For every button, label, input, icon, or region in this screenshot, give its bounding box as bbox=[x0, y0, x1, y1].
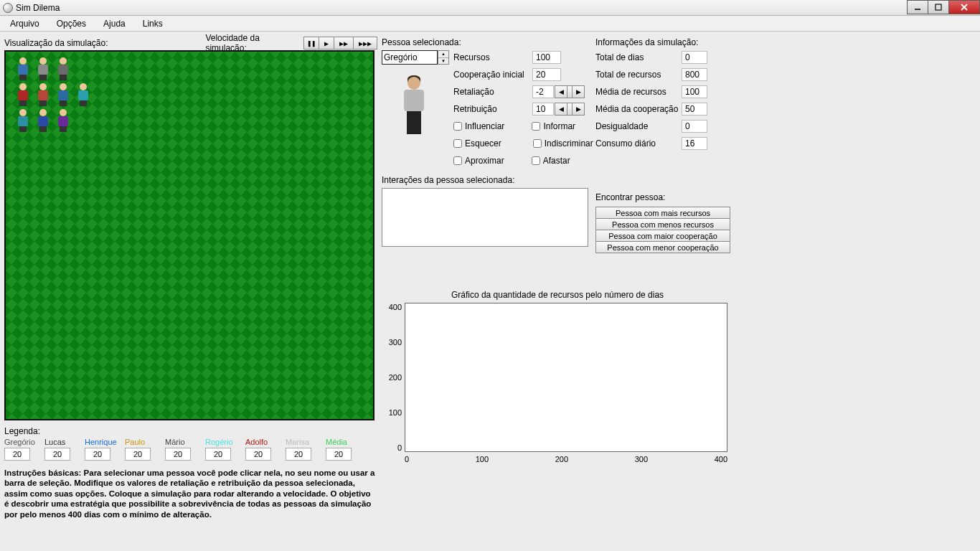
find-mais-recursos-button[interactable]: Pessoa com mais recursos bbox=[595, 207, 730, 219]
chart-x-tick: 200 bbox=[555, 455, 568, 463]
speed-pause-button[interactable]: ❚❚ bbox=[303, 37, 319, 50]
retaliacao-inc-button[interactable]: ▶ bbox=[572, 85, 585, 98]
retribuicao-dec-button[interactable]: ◀ bbox=[555, 103, 567, 116]
chart-y-axis: 4003002001000 bbox=[383, 303, 405, 452]
person-avatar bbox=[382, 66, 446, 145]
label-visualizacao: Visualização da simulação: bbox=[4, 37, 205, 50]
label-total-recursos: Total de recursos bbox=[595, 70, 682, 80]
legend-value: 20 bbox=[125, 448, 151, 461]
sim-person-sprite[interactable] bbox=[34, 83, 52, 106]
legend-value: 20 bbox=[4, 448, 30, 461]
menubar: Arquivo Opções Ajuda Links bbox=[0, 16, 980, 32]
sim-person-sprite[interactable] bbox=[55, 83, 72, 106]
chart-y-tick: 200 bbox=[389, 373, 402, 382]
value-total-dias: 0 bbox=[682, 51, 707, 64]
label-retaliacao: Retaliação bbox=[453, 87, 532, 97]
check-informar[interactable]: Informar bbox=[532, 121, 575, 131]
label-media-coop: Média da cooperação bbox=[595, 104, 682, 114]
find-maior-coop-button[interactable]: Pessoa com maior cooperação bbox=[595, 230, 730, 242]
spinner-up-icon[interactable]: ▲ bbox=[438, 51, 448, 58]
menu-arquivo[interactable]: Arquivo bbox=[3, 17, 47, 30]
find-menos-recursos-button[interactable]: Pessoa com menos recursos bbox=[595, 218, 730, 230]
legend-value: 20 bbox=[326, 448, 352, 461]
menu-links[interactable]: Links bbox=[136, 17, 170, 30]
sim-person-sprite[interactable] bbox=[14, 83, 32, 106]
label-interacoes: Interações da pessoa selecionada: bbox=[382, 174, 591, 187]
chart-title: Gráfico da quantidade de recursos pelo n… bbox=[383, 290, 732, 303]
legend-value: 20 bbox=[85, 448, 110, 461]
check-aproximar[interactable]: Aproximar bbox=[453, 156, 504, 166]
sim-person-sprite[interactable] bbox=[34, 109, 52, 132]
person-name-input[interactable] bbox=[382, 50, 438, 65]
label-total-dias: Total de dias bbox=[595, 52, 682, 62]
legend-value: 20 bbox=[205, 448, 231, 461]
legend-name[interactable]: Mário bbox=[165, 438, 205, 446]
close-button[interactable] bbox=[948, 0, 980, 14]
interactions-box bbox=[382, 188, 588, 247]
sim-person-sprite[interactable] bbox=[75, 83, 92, 106]
retribuicao-inc-button[interactable]: ▶ bbox=[572, 103, 585, 116]
label-legenda: Legenda: bbox=[4, 425, 377, 438]
chart-y-tick: 400 bbox=[389, 303, 402, 311]
find-menor-coop-button[interactable]: Pessoa com menor cooperação bbox=[595, 241, 730, 253]
window-title: Sim Dilema bbox=[16, 3, 60, 13]
spinner-down-icon[interactable]: ▼ bbox=[438, 58, 448, 65]
label-info-sim: Informações da simulação: bbox=[595, 36, 739, 49]
menu-opcoes[interactable]: Opções bbox=[50, 17, 93, 30]
check-esquecer[interactable]: Esquecer bbox=[453, 138, 501, 149]
legend-name[interactable]: Gregório bbox=[4, 438, 44, 446]
chart-x-tick: 100 bbox=[476, 455, 489, 463]
speed-2-button[interactable]: ▶▶ bbox=[334, 37, 354, 50]
sim-person-sprite[interactable] bbox=[55, 109, 72, 132]
check-afastar[interactable]: Afastar bbox=[532, 156, 570, 166]
sim-person-sprite[interactable] bbox=[34, 57, 52, 80]
legend-name[interactable]: Henrique bbox=[85, 438, 125, 446]
retaliacao-dec-button[interactable]: ◀ bbox=[555, 85, 567, 98]
legend-name[interactable]: Adolfo bbox=[245, 438, 286, 446]
sim-person-sprite[interactable] bbox=[14, 109, 32, 132]
instructions-text: Instruções básicas: Para selecionar uma … bbox=[4, 468, 377, 519]
window-titlebar: Sim Dilema bbox=[0, 0, 980, 16]
check-influenciar[interactable]: Influenciar bbox=[453, 121, 504, 131]
menu-ajuda[interactable]: Ajuda bbox=[96, 17, 133, 30]
label-recursos: Recursos bbox=[453, 52, 532, 62]
legend-value: 20 bbox=[245, 448, 271, 461]
legend-values: 202020202020202020 bbox=[4, 448, 377, 461]
legend-name[interactable]: Marisa bbox=[286, 438, 326, 446]
label-velocidade: Velocidade da simulação: bbox=[205, 37, 300, 50]
label-encontrar: Encontrar pessoa: bbox=[595, 191, 739, 204]
person-spinner[interactable]: ▲▼ bbox=[438, 50, 449, 65]
legend-names: GregórioLucasHenriquePauloMárioRogérioAd… bbox=[4, 438, 377, 446]
value-cooperacao: 20 bbox=[532, 68, 561, 81]
value-recursos: 100 bbox=[532, 51, 561, 64]
legend-value: 20 bbox=[44, 448, 70, 461]
legend-name[interactable]: Média bbox=[326, 438, 366, 446]
chart-area bbox=[405, 303, 727, 452]
value-retaliacao[interactable]: -2 bbox=[532, 85, 554, 98]
simulation-canvas[interactable] bbox=[4, 50, 374, 420]
sim-person-sprite[interactable] bbox=[55, 57, 72, 80]
legend-name[interactable]: Lucas bbox=[44, 438, 85, 446]
maximize-button[interactable] bbox=[928, 0, 949, 14]
value-desigualdade: 0 bbox=[682, 120, 707, 133]
legend-value: 20 bbox=[165, 448, 191, 461]
chart-x-tick: 300 bbox=[635, 455, 648, 463]
value-consumo: 16 bbox=[682, 137, 707, 150]
value-total-recursos: 800 bbox=[682, 68, 707, 81]
svg-rect-1 bbox=[936, 4, 941, 10]
speed-1-button[interactable]: ▶ bbox=[319, 37, 334, 50]
minimize-button[interactable] bbox=[907, 0, 928, 14]
chart-y-tick: 300 bbox=[389, 338, 402, 347]
value-retribuicao[interactable]: 10 bbox=[532, 103, 554, 116]
legend-name[interactable]: Paulo bbox=[125, 438, 165, 446]
chart-x-tick: 0 bbox=[405, 455, 409, 463]
chart-y-tick: 0 bbox=[397, 443, 402, 452]
check-indiscriminar[interactable]: Indiscriminar bbox=[533, 138, 593, 149]
chart-x-tick: 400 bbox=[715, 455, 727, 463]
speed-3-button[interactable]: ▶▶▶ bbox=[353, 37, 377, 50]
label-consumo: Consumo diário bbox=[595, 138, 682, 149]
sim-person-sprite[interactable] bbox=[14, 57, 32, 80]
label-retribuicao: Retribuição bbox=[453, 104, 532, 114]
label-pessoa-selecionada: Pessoa selecionada: bbox=[382, 36, 591, 49]
legend-name[interactable]: Rogério bbox=[205, 438, 245, 446]
